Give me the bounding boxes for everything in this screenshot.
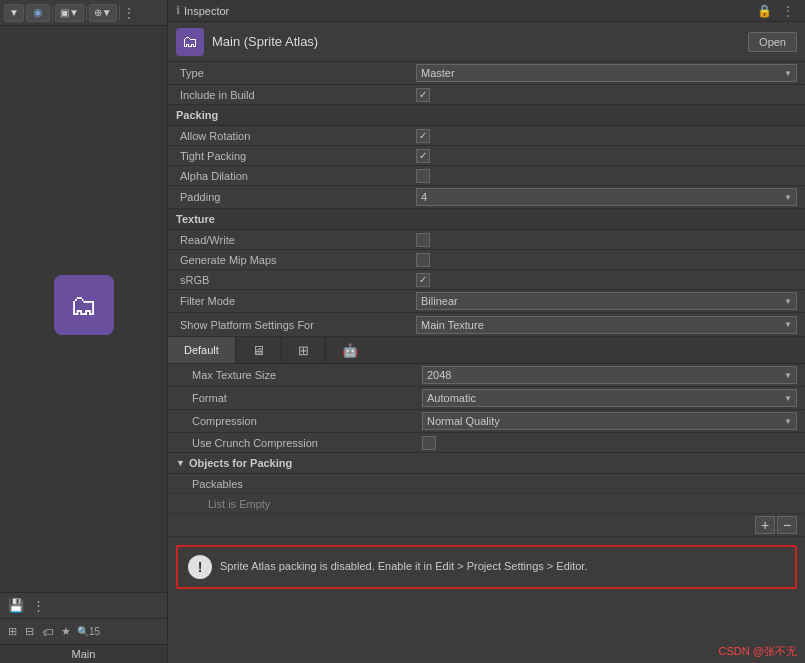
objects-section-title: Objects for Packing (189, 457, 292, 469)
toolbar-separator2 (86, 6, 87, 20)
platform-tab-android[interactable]: 🤖 (326, 337, 374, 363)
objects-section-header[interactable]: ▼ Objects for Packing (168, 453, 805, 474)
component-header: 🗂 Main (Sprite Atlas) Open (168, 22, 805, 62)
main-texture-arrow: ▼ (784, 320, 792, 329)
type-dropdown-arrow: ▼ (784, 69, 792, 78)
format-label: Format (192, 392, 422, 404)
compression-row: Compression Normal Quality ▼ (168, 410, 805, 433)
objects-for-packing-section: ▼ Objects for Packing Packables List is … (168, 453, 805, 537)
toolbar-dropdown-btn[interactable]: ▼ (4, 4, 24, 22)
format-row: Format Automatic ▼ (168, 387, 805, 410)
padding-label: Padding (176, 191, 416, 203)
toolbar-target-btn[interactable]: ◉ (26, 4, 50, 22)
inspector-lock-button[interactable]: 🔒 (754, 3, 775, 19)
filter-mode-row: Filter Mode Bilinear ▼ (168, 290, 805, 313)
srgb-label: sRGB (176, 274, 416, 286)
srgb-row: sRGB ✓ (168, 270, 805, 290)
read-write-label: Read/Write (176, 234, 416, 246)
padding-dropdown[interactable]: 4 ▼ (416, 188, 797, 206)
left-star-btn[interactable]: ★ (59, 623, 73, 640)
warning-icon: ! (188, 555, 212, 579)
generate-mip-maps-row: Generate Mip Maps (168, 250, 805, 270)
windows-tab-icon: ⊞ (298, 343, 309, 358)
packables-label: Packables (192, 478, 243, 490)
toolbar-add-btn[interactable]: ⊕▼ (89, 4, 117, 22)
filter-mode-arrow: ▼ (784, 297, 792, 306)
add-remove-row: + − (168, 514, 805, 537)
type-dropdown[interactable]: Master ▼ (416, 64, 797, 82)
tight-packing-label: Tight Packing (176, 150, 416, 162)
default-tab-label: Default (184, 344, 219, 356)
max-texture-size-arrow: ▼ (784, 371, 792, 380)
list-empty-row: List is Empty (168, 494, 805, 514)
inspector-title: Inspector (184, 5, 229, 17)
compression-dropdown[interactable]: Normal Quality ▼ (422, 412, 797, 430)
asset-name-label: Main (0, 644, 167, 663)
allow-rotation-row: Allow Rotation ✓ (168, 126, 805, 146)
filter-mode-dropdown[interactable]: Bilinear ▼ (416, 292, 797, 310)
add-item-button[interactable]: + (755, 516, 775, 534)
watermark: CSDN @张不无 (719, 644, 797, 659)
platform-tabs-row: Default 🖥 ⊞ 🤖 (168, 337, 805, 364)
left-more-button[interactable]: ⋮ (30, 596, 47, 615)
max-texture-size-label: Max Texture Size (192, 369, 422, 381)
compression-label: Compression (192, 415, 422, 427)
allow-rotation-label: Allow Rotation (176, 130, 416, 142)
padding-row: Padding 4 ▼ (168, 186, 805, 209)
use-crunch-row: Use Crunch Compression (168, 433, 805, 453)
max-texture-size-row: Max Texture Size 2048 ▼ (168, 364, 805, 387)
main-texture-dropdown[interactable]: Main Texture ▼ (416, 316, 797, 334)
read-write-row: Read/Write (168, 230, 805, 250)
inspector-content: Type Master ▼ Include in Build ✓ Packing… (168, 62, 805, 663)
toolbar-separator (52, 6, 53, 20)
component-title: Main (Sprite Atlas) (212, 34, 740, 49)
list-empty-label: List is Empty (208, 498, 270, 510)
sprite-atlas-icon: 🗂 (54, 275, 114, 335)
toolbar-view-btn[interactable]: ▣▼ (55, 4, 84, 22)
inspector-menu-button[interactable]: ⋮ (779, 3, 797, 19)
max-texture-size-dropdown[interactable]: 2048 ▼ (422, 366, 797, 384)
platform-tab-desktop[interactable]: 🖥 (236, 337, 282, 363)
type-row: Type Master ▼ (168, 62, 805, 85)
left-count-badge: 🔍15 (77, 626, 100, 637)
alpha-dilation-label: Alpha Dilation (176, 170, 416, 182)
format-dropdown[interactable]: Automatic ▼ (422, 389, 797, 407)
show-platform-label: Show Platform Settings For (176, 319, 416, 331)
generate-mip-maps-label: Generate Mip Maps (176, 254, 416, 266)
filter-mode-value: Bilinear (421, 295, 458, 307)
android-tab-icon: 🤖 (342, 343, 358, 358)
open-button[interactable]: Open (748, 32, 797, 52)
packables-row: Packables (168, 474, 805, 494)
left-collapse-btn[interactable]: ⊞ (6, 623, 19, 640)
platform-tab-default[interactable]: Default (168, 337, 236, 363)
read-write-checkbox[interactable] (416, 233, 430, 247)
desktop-tab-icon: 🖥 (252, 343, 265, 358)
left-expand-btn[interactable]: ⊟ (23, 623, 36, 640)
include-in-build-row: Include in Build ✓ (168, 85, 805, 105)
toolbar-separator3 (119, 6, 120, 20)
left-tag-btn[interactable]: 🏷 (40, 624, 55, 640)
srgb-checkbox[interactable]: ✓ (416, 273, 430, 287)
use-crunch-label: Use Crunch Compression (192, 437, 422, 449)
type-value: Master (421, 67, 455, 79)
filter-mode-label: Filter Mode (176, 295, 416, 307)
alpha-dilation-row: Alpha Dilation (168, 166, 805, 186)
show-platform-row: Show Platform Settings For Main Texture … (168, 313, 805, 337)
platform-tab-windows[interactable]: ⊞ (282, 337, 326, 363)
remove-item-button[interactable]: − (777, 516, 797, 534)
include-in-build-label: Include in Build (176, 89, 416, 101)
generate-mip-maps-checkbox[interactable] (416, 253, 430, 267)
format-arrow: ▼ (784, 394, 792, 403)
component-icon: 🗂 (176, 28, 204, 56)
allow-rotation-checkbox[interactable]: ✓ (416, 129, 430, 143)
toolbar-more-btn[interactable]: ⋮ (122, 5, 136, 21)
warning-box: ! Sprite Atlas packing is disabled. Enab… (176, 545, 797, 589)
packing-section-header: Packing (168, 105, 805, 126)
include-in-build-checkbox[interactable]: ✓ (416, 88, 430, 102)
alpha-dilation-checkbox[interactable] (416, 169, 430, 183)
use-crunch-checkbox[interactable] (422, 436, 436, 450)
tight-packing-checkbox[interactable]: ✓ (416, 149, 430, 163)
left-save-button[interactable]: 💾 (6, 596, 26, 615)
compression-arrow: ▼ (784, 417, 792, 426)
main-texture-value: Main Texture (421, 319, 484, 331)
